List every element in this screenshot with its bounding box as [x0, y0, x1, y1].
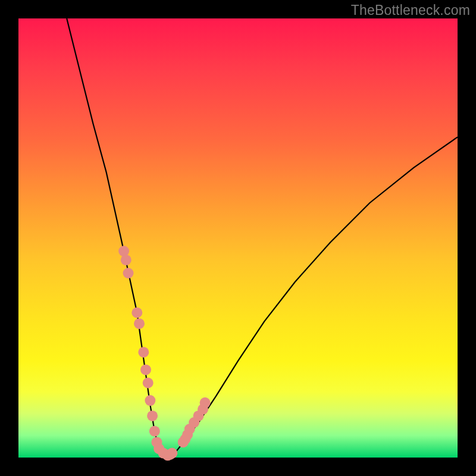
data-marker [134, 318, 145, 329]
data-marker [143, 378, 154, 389]
data-marker [167, 448, 177, 459]
chart-frame: TheBottleneck.com [0, 0, 476, 476]
data-marker [145, 395, 155, 406]
data-marker [140, 364, 151, 375]
bottleneck-curve [67, 18, 458, 455]
data-marker [200, 397, 211, 408]
data-marker [131, 308, 142, 318]
chart-svg [18, 18, 458, 458]
data-marker [149, 426, 160, 437]
data-marker [147, 411, 158, 421]
watermark-text: TheBottleneck.com [351, 2, 470, 18]
data-markers [118, 246, 211, 461]
plot-area [18, 18, 458, 458]
data-marker [138, 347, 149, 358]
data-marker [121, 255, 131, 265]
data-marker [123, 268, 134, 278]
